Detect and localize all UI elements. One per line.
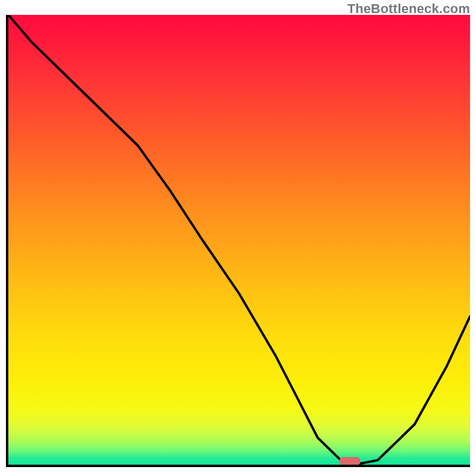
bottleneck-curve [8,15,470,465]
optimal-marker [339,457,361,465]
chart-stage: TheBottleneck.com [0,0,476,476]
curve-svg [8,15,470,465]
plot-area [6,15,470,467]
